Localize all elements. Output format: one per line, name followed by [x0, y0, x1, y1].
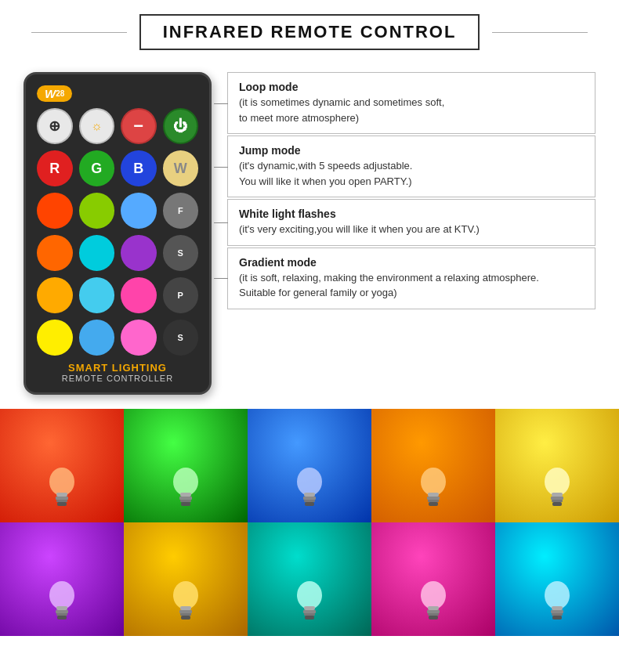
svg-rect-49	[552, 616, 562, 620]
svg-rect-12	[303, 497, 316, 500]
svg-rect-23	[552, 500, 563, 502]
green-button[interactable]: G	[79, 150, 115, 186]
header-line-right	[492, 32, 588, 33]
flash-mode-desc: (it's very exciting,you will like it whe…	[239, 222, 584, 237]
svg-rect-4	[57, 502, 67, 506]
color-cell-pink	[371, 522, 495, 636]
svg-rect-3	[56, 500, 67, 502]
svg-rect-32	[179, 610, 192, 613]
color-cell-blue	[248, 409, 371, 522]
color-btn-teal[interactable]	[79, 235, 115, 271]
svg-rect-14	[305, 502, 314, 506]
color-btn-cyan[interactable]	[79, 277, 115, 313]
svg-rect-8	[180, 500, 191, 502]
color-cell-cyan	[495, 522, 619, 636]
svg-rect-31	[180, 606, 191, 610]
header: INFRARED REMOTE CONTROL	[0, 0, 619, 58]
power-button[interactable]: ⏻	[163, 108, 199, 144]
svg-rect-7	[179, 497, 192, 500]
bulb-icon-red	[45, 461, 79, 508]
color-cell-yellow	[495, 409, 619, 522]
middle-section: W 28 ⊕ ☼ − ⏻ R G B W	[0, 58, 619, 409]
header-title-box: INFRARED REMOTE CONTROL	[139, 14, 480, 50]
nav-button[interactable]: ⊕	[37, 108, 73, 144]
svg-rect-37	[303, 610, 316, 613]
color-btn-purple[interactable]	[121, 235, 157, 271]
btn-row-rgbw: R G B W	[37, 150, 198, 186]
blue-button[interactable]: B	[121, 150, 157, 186]
svg-rect-42	[427, 610, 440, 613]
remote-container: W 28 ⊕ ☼ − ⏻ R G B W	[24, 72, 212, 395]
svg-rect-38	[304, 613, 315, 616]
connector-loop	[214, 103, 228, 104]
minus-button[interactable]: −	[121, 108, 157, 144]
color-btn-amber[interactable]	[37, 277, 73, 313]
svg-rect-11	[304, 493, 315, 497]
color-btn-yellow[interactable]	[37, 320, 73, 356]
remote-badge: W 28	[37, 85, 72, 102]
color-btn-magenta[interactable]	[121, 320, 157, 356]
svg-rect-43	[428, 613, 439, 616]
white-button[interactable]: W	[163, 150, 199, 186]
color-cell-orange	[371, 409, 495, 522]
connector-jump	[214, 167, 228, 168]
svg-rect-13	[304, 500, 315, 502]
svg-rect-26	[56, 606, 67, 610]
svg-rect-39	[305, 616, 314, 620]
bulb-icon-green	[168, 461, 203, 508]
bulb-icon-blue	[292, 461, 327, 508]
svg-rect-2	[56, 497, 68, 500]
loop-mode-desc: (it is sometimes dynamic and sometimes s…	[239, 95, 584, 125]
brightness-button[interactable]: ☼	[79, 108, 115, 144]
color-cell-purple	[0, 522, 124, 636]
color-grid	[0, 409, 619, 636]
bulb-icon-cyan	[540, 575, 574, 622]
color-cell-amber	[124, 522, 248, 636]
color-btn-lime[interactable]	[79, 193, 115, 229]
remote-label-sub: REMOTE CONTROLLER	[37, 374, 198, 383]
bulb-icon-amber	[168, 575, 203, 622]
svg-rect-17	[427, 497, 440, 500]
svg-point-25	[49, 581, 74, 609]
svg-rect-36	[304, 606, 315, 610]
color-cell-red	[0, 409, 124, 522]
svg-rect-46	[552, 606, 563, 610]
svg-rect-44	[429, 616, 438, 620]
flash-button[interactable]: F	[163, 193, 199, 229]
red-button[interactable]: R	[37, 150, 73, 186]
color-btn-pink[interactable]	[121, 277, 157, 313]
pause-button[interactable]: P	[163, 277, 199, 313]
loop-mode-title: Loop mode	[239, 81, 584, 93]
badge-sup: 28	[56, 89, 64, 98]
badge-letter: W	[45, 87, 56, 100]
color-cell-teal	[248, 522, 371, 636]
svg-point-20	[545, 468, 570, 496]
svg-rect-41	[428, 606, 439, 610]
color-btn-orange[interactable]	[37, 235, 73, 271]
svg-point-30	[173, 581, 198, 609]
gradient-mode-title: Gradient mode	[239, 256, 584, 269]
remote-label-smart: SMART LIGHTING	[37, 362, 198, 374]
svg-point-45	[545, 581, 570, 609]
speed-button-s2[interactable]: S	[163, 320, 199, 356]
speed-button-s1[interactable]: S	[163, 235, 199, 271]
svg-rect-1	[56, 493, 67, 497]
svg-rect-47	[551, 610, 563, 613]
header-line-left	[31, 32, 127, 33]
svg-rect-27	[56, 610, 68, 613]
color-btn-orange-red[interactable]	[37, 193, 73, 229]
svg-rect-6	[180, 493, 191, 497]
svg-point-15	[421, 468, 446, 496]
color-btn-light-blue[interactable]	[79, 320, 115, 356]
color-btn-sky-blue[interactable]	[121, 193, 157, 229]
svg-rect-34	[181, 616, 190, 620]
color-row-1: F	[37, 193, 198, 229]
btn-row-controls: ⊕ ☼ − ⏻	[37, 108, 198, 144]
svg-rect-21	[552, 493, 563, 497]
info-box-gradient: Gradient mode (it is soft, relaxing, mak…	[227, 247, 595, 309]
svg-rect-22	[551, 497, 563, 500]
jump-mode-desc: (it's dynamic,with 5 speeds adjustable.Y…	[239, 158, 584, 189]
color-cell-green	[124, 409, 248, 522]
info-section: Loop mode (it is sometimes dynamic and s…	[227, 72, 595, 311]
svg-rect-9	[181, 502, 190, 506]
